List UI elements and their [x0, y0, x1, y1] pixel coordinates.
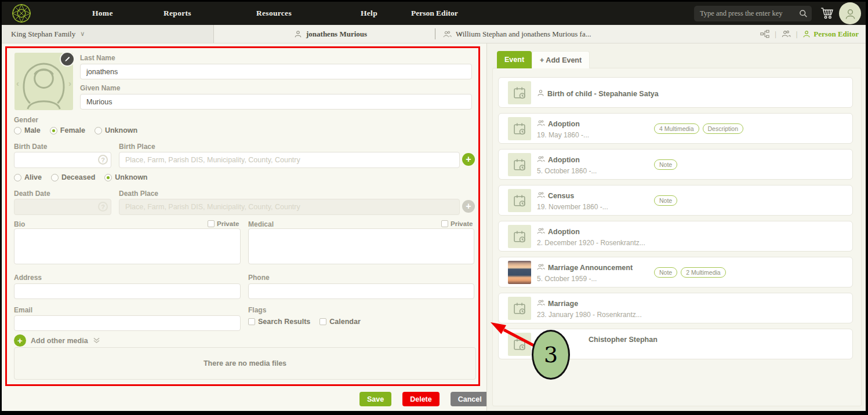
user-avatar[interactable]: [839, 2, 861, 24]
form-actions: Save Delete Cancel: [359, 392, 489, 406]
last-name-input[interactable]: [80, 64, 472, 79]
person-editor-view-button[interactable]: Person Editor: [802, 30, 859, 39]
family-selector-label: King Stephan Family: [11, 30, 75, 39]
medical-textarea[interactable]: [248, 228, 474, 264]
edit-photo-button[interactable]: [60, 52, 75, 67]
view-switcher: | | Person Editor: [760, 25, 859, 43]
flag-calendar[interactable]: Calendar: [319, 318, 361, 326]
app-logo-icon[interactable]: [10, 2, 33, 25]
family-view-icon[interactable]: [782, 30, 791, 38]
flags-group: Search Results Calendar: [248, 318, 361, 326]
search-results-checkbox[interactable]: [248, 318, 255, 325]
family-group-label[interactable]: Willium Stephan and jonathens Murious fa…: [443, 25, 591, 43]
person-icon: [537, 263, 545, 273]
radio-male[interactable]: Male: [14, 126, 41, 134]
add-birth-place-button[interactable]: +: [462, 153, 475, 166]
person-icon: [294, 30, 302, 38]
search-input[interactable]: [694, 6, 812, 21]
pedigree-view-icon[interactable]: [760, 30, 769, 38]
medical-private-checkbox[interactable]: [441, 220, 448, 227]
top-navigation-bar: Home Reports Resources Help Person Edito…: [2, 2, 866, 25]
event-date: 23. January 1980 - Rosenkrantz...: [537, 311, 736, 319]
event-date: 19. November 1860 -...: [537, 203, 736, 211]
divider: |: [775, 30, 776, 39]
photo-next-arrow[interactable]: ›: [68, 78, 71, 88]
bio-private-label: Private: [217, 220, 239, 227]
medical-label: Medical: [248, 220, 274, 228]
bio-private-toggle: Private: [208, 220, 239, 227]
nav-help[interactable]: Help: [361, 9, 377, 18]
add-other-media-label: Add other media: [31, 337, 88, 345]
person-selector-label: jonathens Murious: [306, 30, 367, 39]
save-button[interactable]: Save: [359, 392, 391, 406]
event-title: Adoption: [548, 156, 580, 164]
radio-gender-unknown[interactable]: Unknown: [95, 126, 137, 134]
family-selector[interactable]: King Stephan Family ∨: [2, 25, 214, 43]
email-label: Email: [14, 306, 32, 314]
photo-prev-arrow[interactable]: ‹: [16, 78, 19, 88]
cancel-button[interactable]: Cancel: [451, 392, 489, 406]
event-badge: 2 Multimedia: [681, 267, 726, 278]
annotation-step-circle: 3: [532, 330, 570, 380]
given-name-label: Given Name: [80, 84, 120, 92]
person-selector[interactable]: jonathens Murious ∨: [294, 25, 463, 43]
bio-textarea[interactable]: [14, 228, 241, 264]
person-icon: [537, 155, 545, 165]
calendar-label: Calendar: [329, 318, 361, 326]
date-help-icon: ?: [98, 202, 108, 212]
life-status-radio-group: Alive Deceased Unknown: [14, 173, 148, 181]
tab-event[interactable]: Event: [497, 51, 532, 68]
death-date-input[interactable]: [14, 199, 111, 215]
media-empty-box: There are no media files: [14, 347, 476, 380]
event-title: Birth of child - Stepahanie Satya: [547, 90, 659, 98]
event-card[interactable]: Census 19. November 1860 -... Note: [498, 185, 853, 216]
person-icon: [537, 119, 545, 129]
radio-status-unknown[interactable]: Unknown: [104, 173, 147, 181]
birth-date-input[interactable]: [14, 152, 111, 168]
event-card[interactable]: Marriage 23. January 1980 - Rosenkrantz.…: [498, 293, 853, 323]
email-input[interactable]: [14, 315, 241, 331]
flag-search-results[interactable]: Search Results: [248, 318, 310, 326]
event-card[interactable]: Adoption 2. December 1920 - Rosenkrantz.…: [498, 221, 853, 252]
gender-label: Gender: [14, 116, 38, 124]
pencil-icon: [64, 56, 71, 63]
event-card[interactable]: Adoption 5. October 1860 -... Note: [498, 149, 853, 180]
event-badge: Note: [654, 267, 677, 278]
bio-private-checkbox[interactable]: [208, 220, 215, 227]
delete-button[interactable]: Delete: [402, 392, 440, 406]
events-tabs: Event + Add Event: [497, 51, 590, 68]
cart-icon[interactable]: [820, 7, 834, 19]
given-name-input[interactable]: [80, 94, 472, 110]
search-icon[interactable]: [799, 9, 808, 18]
divider: |: [796, 30, 798, 39]
death-place-input[interactable]: [119, 199, 460, 215]
event-badges: Note: [654, 159, 677, 170]
phone-input[interactable]: [248, 283, 474, 299]
event-calendar-icon: [508, 225, 531, 248]
add-other-media-button[interactable]: + Add other media: [14, 334, 100, 347]
tab-add-event[interactable]: + Add Event: [532, 51, 590, 68]
radio-deceased[interactable]: Deceased: [51, 173, 95, 181]
family-group-text: Willium Stephan and jonathens Murious fa…: [456, 30, 591, 39]
calendar-checkbox[interactable]: [319, 318, 326, 325]
nav-home[interactable]: Home: [92, 9, 113, 18]
birth-place-input[interactable]: [119, 152, 460, 168]
address-input[interactable]: [14, 283, 241, 299]
event-title: Adoption: [548, 120, 580, 128]
event-card[interactable]: Birth of child - Stepahanie Satya: [498, 77, 853, 108]
birth-place-label: Birth Place: [119, 143, 155, 151]
date-help-icon[interactable]: ?: [98, 155, 108, 165]
plus-icon: +: [14, 334, 26, 347]
radio-alive[interactable]: Alive: [14, 173, 42, 181]
nav-reports[interactable]: Reports: [164, 9, 191, 18]
birth-date-label: Birth Date: [14, 143, 47, 151]
event-badges: Note2 Multimedia: [654, 267, 726, 278]
nav-resources[interactable]: Resources: [256, 9, 292, 18]
event-card[interactable]: Marriage Announcement 5. October 1959 -.…: [498, 257, 853, 287]
event-title: Marriage: [548, 300, 578, 308]
event-card[interactable]: Adoption 19. May 1860 -... 4 MultimediaD…: [498, 113, 853, 144]
event-calendar-icon: [508, 333, 531, 356]
event-badges: Note: [654, 195, 677, 206]
radio-female[interactable]: Female: [50, 126, 85, 134]
person-icon: [537, 227, 545, 237]
